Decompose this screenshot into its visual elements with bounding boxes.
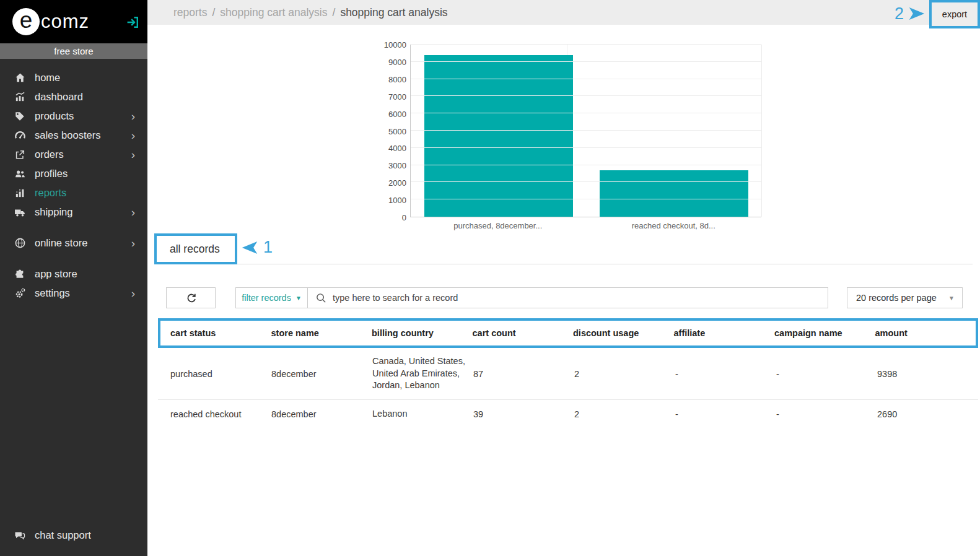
table-row: purchased 8december Canada, United State… bbox=[158, 348, 978, 400]
sidebar-item-home[interactable]: home bbox=[0, 68, 147, 87]
filter-records-label: filter records bbox=[242, 293, 291, 303]
annotation-number: 1 bbox=[263, 238, 273, 257]
cell-amount: 9398 bbox=[877, 369, 978, 379]
search-input[interactable] bbox=[333, 293, 828, 303]
chart-y-axis: 0100020003000400050006000700080009000100… bbox=[382, 45, 406, 217]
y-axis-tick-label: 0 bbox=[402, 213, 406, 222]
sidebar-item-settings[interactable]: settings › bbox=[0, 284, 147, 303]
chevron-right-icon: › bbox=[131, 287, 135, 299]
chart-category-slot bbox=[411, 45, 586, 217]
app-window: e comz free store home bbox=[0, 0, 980, 556]
sidebar-item-shipping[interactable]: shipping › bbox=[0, 202, 147, 222]
sidebar-item-products[interactable]: products › bbox=[0, 106, 147, 126]
sidebar-item-label: settings bbox=[35, 287, 70, 299]
sidebar-item-label: reports bbox=[35, 187, 66, 199]
puzzle-icon bbox=[14, 268, 26, 280]
gauge-icon bbox=[14, 129, 26, 142]
sidebar-item-label: dashboard bbox=[35, 91, 83, 103]
column-header-billing-country: billing country bbox=[372, 328, 473, 338]
chart-bar-purchased bbox=[424, 55, 573, 217]
sidebar-item-dashboard[interactable]: dashboard bbox=[0, 87, 147, 106]
breadcrumb-separator: / bbox=[212, 6, 215, 19]
all-records-tab[interactable]: all records bbox=[170, 243, 220, 256]
refresh-button[interactable] bbox=[166, 287, 216, 308]
chevron-right-icon: › bbox=[131, 129, 135, 141]
logo-wordmark: comz bbox=[41, 11, 89, 33]
sidebar-collapse-icon[interactable] bbox=[125, 15, 140, 30]
breadcrumb-shopping-cart-analysis[interactable]: shopping cart analysis bbox=[220, 6, 327, 19]
chart-x-axis: purchased, 8december... reached checkout… bbox=[410, 221, 761, 230]
sidebar-item-sales-boosters[interactable]: sales boosters › bbox=[0, 126, 147, 145]
breadcrumb-reports[interactable]: reports bbox=[173, 6, 207, 19]
chevron-right-icon: › bbox=[131, 206, 135, 218]
cell-cart-count: 87 bbox=[473, 369, 574, 379]
all-records-tab-annotation-box[interactable]: all records bbox=[154, 233, 237, 264]
records-per-page-select[interactable]: 20 records per page ▼ bbox=[847, 287, 963, 308]
gear-icon bbox=[14, 287, 26, 300]
y-axis-tick-label: 5000 bbox=[388, 126, 406, 136]
chevron-right-icon: › bbox=[131, 110, 135, 122]
tag-icon bbox=[14, 110, 26, 123]
sidebar-item-label: sales boosters bbox=[35, 129, 100, 141]
people-icon bbox=[14, 168, 26, 180]
table-row: reached checkout 8december Lebanon 39 2 … bbox=[158, 400, 978, 428]
column-header-campaign-name: campaign name bbox=[774, 328, 875, 338]
dropdown-caret-icon: ▼ bbox=[295, 295, 302, 302]
export-button[interactable]: export bbox=[942, 9, 967, 19]
plan-badge: free store bbox=[0, 43, 147, 59]
filter-search-bar: filter records ▼ bbox=[235, 287, 828, 308]
ecomz-logo-icon: e bbox=[12, 8, 40, 35]
chevron-right-icon: › bbox=[131, 237, 135, 249]
dropdown-caret-icon: ▼ bbox=[948, 295, 955, 302]
annotation-arrow-left-icon bbox=[242, 241, 258, 254]
records-table-body: purchased 8december Canada, United State… bbox=[158, 348, 978, 428]
cart-analysis-bar-chart: 0100020003000400050006000700080009000100… bbox=[382, 36, 762, 229]
chat-support-button[interactable]: chat support bbox=[0, 526, 147, 545]
sidebar-item-online-store[interactable]: online store › bbox=[0, 233, 147, 253]
main-content: reports / shopping cart analysis / shopp… bbox=[147, 0, 980, 556]
column-header-affiliate: affiliate bbox=[674, 328, 775, 338]
sidebar-item-profiles[interactable]: profiles bbox=[0, 164, 147, 183]
chart-grid-line bbox=[411, 130, 761, 131]
y-axis-tick-label: 9000 bbox=[388, 57, 406, 66]
filter-records-dropdown[interactable]: filter records ▼ bbox=[236, 288, 308, 308]
chart-category-slot bbox=[586, 45, 761, 217]
cell-cart-count: 39 bbox=[473, 409, 574, 419]
bar-chart-icon bbox=[14, 187, 26, 199]
truck-icon bbox=[14, 206, 26, 219]
y-axis-tick-label: 2000 bbox=[388, 178, 406, 188]
globe-icon bbox=[14, 237, 26, 250]
chart-grid-line bbox=[411, 199, 761, 199]
column-header-discount-usage: discount usage bbox=[573, 328, 674, 338]
chart-grid-line bbox=[411, 61, 761, 62]
sidebar: e comz free store home bbox=[0, 0, 147, 556]
annotation-number: 2 bbox=[895, 4, 904, 24]
chat-support-label: chat support bbox=[35, 529, 91, 541]
table-header-annotation-box: cart status store name billing country c… bbox=[158, 318, 978, 348]
column-header-cart-count: cart count bbox=[473, 328, 574, 338]
annotation-arrow-right-icon bbox=[909, 7, 925, 20]
y-axis-tick-label: 4000 bbox=[388, 144, 406, 153]
sidebar-item-orders[interactable]: orders › bbox=[0, 145, 147, 164]
y-axis-tick-label: 8000 bbox=[388, 74, 406, 84]
sidebar-item-app-store[interactable]: app store bbox=[0, 264, 147, 284]
cell-cart-status: reached checkout bbox=[170, 409, 271, 419]
chart-grid-line bbox=[411, 79, 761, 79]
column-header-cart-status: cart status bbox=[170, 328, 271, 338]
chart-slots bbox=[411, 45, 761, 217]
sidebar-item-reports[interactable]: reports bbox=[0, 183, 147, 202]
cell-cart-status: purchased bbox=[170, 369, 271, 379]
y-axis-tick-label: 6000 bbox=[388, 109, 406, 118]
chart-grid-line bbox=[411, 165, 761, 165]
chat-bubbles-icon bbox=[14, 529, 26, 542]
sidebar-item-label: home bbox=[35, 72, 60, 84]
chevron-right-icon: › bbox=[131, 149, 135, 160]
breadcrumb-current-page: shopping cart analysis bbox=[340, 6, 447, 19]
home-icon bbox=[14, 72, 26, 84]
y-axis-tick-label: 1000 bbox=[388, 196, 406, 205]
cell-amount: 2690 bbox=[877, 409, 978, 419]
cell-store-name: 8december bbox=[271, 369, 372, 379]
cell-affiliate: - bbox=[675, 369, 776, 379]
chart-grid-line bbox=[761, 45, 762, 217]
sidebar-nav: home dashboard products › bbox=[0, 59, 147, 303]
